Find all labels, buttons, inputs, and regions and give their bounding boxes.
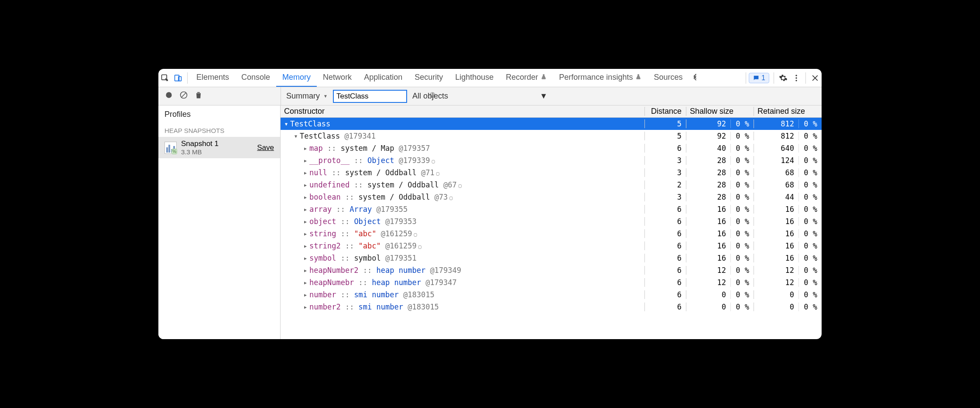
- retainer-icon: ▢: [414, 231, 417, 238]
- constructor-cell: array :: Array @179355: [309, 205, 408, 214]
- table-row[interactable]: ▶heapNumber2 :: heap number @1793496120 …: [281, 264, 822, 276]
- distance-cell: 6: [645, 205, 686, 214]
- retained-cell: 1240 %: [754, 156, 822, 165]
- table-row[interactable]: ▶heapNumebr :: heap number @1793476120 %…: [281, 276, 822, 289]
- table-row[interactable]: ▶map :: system / Map @1793576400 %6400 %: [281, 142, 822, 154]
- tab-console[interactable]: Console: [235, 69, 276, 87]
- view-select[interactable]: Summary ▼: [286, 92, 328, 101]
- disclosure-icon[interactable]: ▶: [303, 280, 308, 285]
- device-toolbar-icon[interactable]: [171, 69, 185, 87]
- tab-memory[interactable]: Memory: [276, 69, 317, 87]
- close-icon[interactable]: [809, 69, 822, 87]
- record-icon[interactable]: [164, 91, 173, 102]
- class-filter[interactable]: [333, 90, 407, 103]
- profiles-heading: Profiles: [158, 105, 280, 121]
- kebab-menu-icon[interactable]: [790, 69, 803, 87]
- disclosure-icon[interactable]: ▶: [303, 183, 308, 187]
- table-row[interactable]: ▶string2 :: "abc" @161259▢6160 %160 %: [281, 240, 822, 252]
- tab-lighthouse[interactable]: Lighthouse: [449, 69, 500, 87]
- disclosure-icon[interactable]: ▶: [303, 268, 308, 273]
- save-link[interactable]: Save: [257, 143, 274, 152]
- table-row[interactable]: ▼TestClass5920 %8120 %: [281, 118, 822, 130]
- tab-performance-insights[interactable]: Performance insights: [553, 69, 648, 87]
- divider: [746, 72, 746, 84]
- inspect-element-icon[interactable]: [158, 69, 171, 87]
- table-row[interactable]: ▶number2 :: smi number @183015600 %00 %: [281, 301, 822, 313]
- beaker-icon: [541, 73, 547, 82]
- tab-network[interactable]: Network: [317, 69, 358, 87]
- shallow-cell: 120 %: [686, 278, 754, 287]
- table-row[interactable]: ▶number :: smi number @183015600 %00 %: [281, 289, 822, 301]
- distance-cell: 2: [645, 180, 686, 189]
- retained-cell: 00 %: [754, 290, 822, 299]
- table-row[interactable]: ▶boolean :: system / Oddball @73▢3280 %4…: [281, 191, 822, 203]
- retained-cell: 6400 %: [754, 144, 822, 153]
- table-row[interactable]: ▶object :: Object @1793536160 %160 %: [281, 215, 822, 228]
- constructor-cell: TestClass: [290, 119, 330, 128]
- objects-scope-select[interactable]: All objects ▼: [412, 92, 548, 101]
- table-row[interactable]: ▶null :: system / Oddball @71▢3280 %680 …: [281, 167, 822, 179]
- tab-application[interactable]: Application: [358, 69, 408, 87]
- distance-cell: 6: [645, 290, 686, 299]
- col-distance[interactable]: Distance: [645, 107, 686, 116]
- shallow-cell: 160 %: [686, 241, 754, 250]
- tab-recorder[interactable]: Recorder: [500, 69, 553, 87]
- disclosure-icon[interactable]: ▼: [284, 122, 288, 126]
- shallow-cell: 280 %: [686, 193, 754, 201]
- constructor-cell: string :: "abc" @161259▢: [309, 229, 417, 238]
- shallow-cell: 120 %: [686, 266, 754, 275]
- issues-count: 1: [761, 74, 765, 82]
- constructor-cell: string2 :: "abc" @161259▢: [309, 241, 421, 250]
- tab-sources[interactable]: Sources: [648, 69, 689, 87]
- distance-cell: 6: [645, 266, 686, 275]
- disclosure-icon[interactable]: ▶: [303, 305, 308, 309]
- constructor-cell: heapNumber2 :: heap number @179349: [309, 266, 461, 275]
- snapshot-item[interactable]: Snapshot 1 3.3 MB Save: [158, 137, 280, 158]
- delete-icon[interactable]: [194, 91, 203, 102]
- tab-security[interactable]: Security: [408, 69, 449, 87]
- more-tabs-icon[interactable]: [689, 69, 702, 87]
- constructor-cell: map :: system / Map @179357: [309, 144, 430, 153]
- retained-cell: 680 %: [754, 168, 822, 177]
- chevron-down-icon: ▼: [323, 94, 328, 99]
- svg-point-3: [795, 75, 797, 76]
- distance-cell: 3: [645, 168, 686, 177]
- disclosure-icon[interactable]: ▶: [303, 195, 308, 200]
- shallow-cell: 160 %: [686, 254, 754, 262]
- col-shallow[interactable]: Shallow size: [686, 107, 754, 116]
- table-row[interactable]: ▼TestClass @1793415920 %8120 %: [281, 130, 822, 142]
- retainer-icon: ▢: [418, 244, 421, 250]
- shallow-cell: 160 %: [686, 217, 754, 226]
- col-constructor[interactable]: Constructor: [281, 107, 645, 116]
- constructor-cell: symbol :: symbol @179351: [309, 254, 417, 262]
- disclosure-icon[interactable]: ▶: [303, 256, 308, 261]
- constructor-cell: number2 :: smi number @183015: [309, 303, 439, 311]
- disclosure-icon[interactable]: ▶: [303, 231, 308, 236]
- disclosure-icon[interactable]: ▶: [303, 244, 308, 248]
- clear-icon[interactable]: [179, 91, 188, 102]
- col-retained[interactable]: Retained size: [754, 107, 822, 116]
- distance-cell: 6: [645, 144, 686, 153]
- distance-cell: 6: [645, 278, 686, 287]
- constructor-cell: heapNumebr :: heap number @179347: [309, 278, 457, 287]
- table-row[interactable]: ▶__proto__ :: Object @179339▢3280 %1240 …: [281, 154, 822, 167]
- table-row[interactable]: ▶array :: Array @1793556160 %160 %: [281, 203, 822, 215]
- settings-icon[interactable]: [777, 69, 790, 87]
- constructor-cell: null :: system / Oddball @71▢: [309, 168, 439, 177]
- disclosure-icon[interactable]: ▶: [303, 292, 308, 297]
- disclosure-icon[interactable]: ▶: [303, 158, 308, 163]
- table-row[interactable]: ▶string :: "abc" @161259▢6160 %160 %: [281, 228, 822, 240]
- shallow-cell: 280 %: [686, 180, 754, 189]
- disclosure-icon[interactable]: ▶: [303, 146, 308, 151]
- retained-cell: 680 %: [754, 180, 822, 189]
- constructor-cell: number :: smi number @183015: [309, 290, 435, 299]
- disclosure-icon[interactable]: ▶: [303, 219, 308, 224]
- disclosure-icon[interactable]: ▶: [303, 170, 308, 175]
- disclosure-icon[interactable]: ▼: [294, 134, 298, 139]
- disclosure-icon[interactable]: ▶: [303, 207, 308, 212]
- beaker-icon: [635, 73, 641, 82]
- tab-elements[interactable]: Elements: [190, 69, 235, 87]
- table-row[interactable]: ▶undefined :: system / Oddball @67▢2280 …: [281, 179, 822, 191]
- issues-badge[interactable]: 1: [749, 73, 769, 83]
- table-row[interactable]: ▶symbol :: symbol @1793516160 %160 %: [281, 252, 822, 264]
